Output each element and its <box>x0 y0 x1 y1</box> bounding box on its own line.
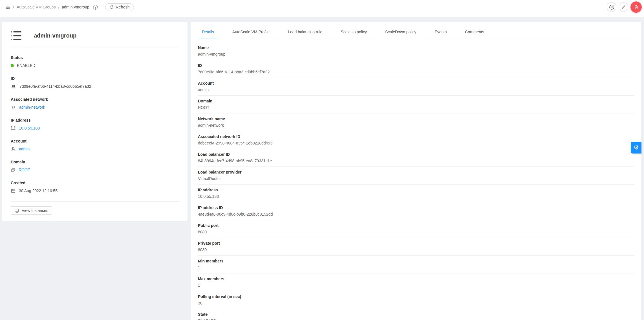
detail-row-value: 10.0.55.183 <box>198 194 634 199</box>
settings-drawer-button[interactable]: ⚙ <box>631 142 641 154</box>
detail-row-value: 7d09e0fa-af66-4114-bba3-cd0bb5ef7a32 <box>198 70 634 74</box>
detail-row-label: Domain <box>198 99 634 104</box>
section-value: admin <box>11 146 181 152</box>
detail-row-label: Account <box>198 81 634 86</box>
detail-row: Associated network IDddbeeef4-2998-4084-… <box>198 131 634 149</box>
detail-row-label: State <box>198 312 634 317</box>
detail-row: Network nameadmin-network <box>198 113 634 131</box>
section-value: 30 Aug 2022 12:10:55 <box>11 188 181 194</box>
tab-bar: DetailsAutoScale VM ProfileLoad balancin… <box>198 26 634 38</box>
detail-row-value: 84b8994e-fec7-4d98-ab95-ea8a79331c1e <box>198 159 634 163</box>
detail-row-label: Min members <box>198 259 634 264</box>
section-value-text[interactable]: ROOT <box>19 168 30 172</box>
section-label: Created <box>11 181 181 185</box>
resource-section: IP address10.0.55.183 <box>11 118 181 131</box>
tab-details[interactable]: Details <box>199 26 217 38</box>
detail-row-label: Public port <box>198 223 634 228</box>
section-label: Status <box>11 55 181 60</box>
delete-button[interactable] <box>630 1 642 13</box>
section-value: admin-network <box>11 104 181 110</box>
barcode-icon <box>11 84 16 89</box>
detail-row-label: IP address ID <box>198 205 634 210</box>
detail-row-label: Load balancer provider <box>198 170 634 175</box>
status-dot-icon <box>11 64 14 67</box>
detail-row-value: 1 <box>198 265 634 270</box>
resource-card-header: 1 2 3 admin-vmgroup <box>2 22 188 47</box>
resource-title: admin-vmgroup <box>34 32 76 39</box>
detail-row: Max members1 <box>198 273 634 291</box>
section-value-text: ENABLED <box>17 63 35 68</box>
resource-section: ID7d09e0fa-af66-4114-bba3-cd0bb5ef7a32 <box>11 76 181 89</box>
resource-summary-card: 1 2 3 admin-vmgroup StatusENABLEDID7d09e… <box>2 22 188 221</box>
breadcrumb-item: admin-vmgroup <box>62 5 89 9</box>
resource-section: Created30 Aug 2022 12:10:55 <box>11 181 181 194</box>
tab-load-balancing-rule[interactable]: Load balancing rule <box>284 26 326 38</box>
home-icon[interactable] <box>6 5 10 10</box>
details-list: Nameadmin-vmgroupID7d09e0fa-af66-4114-bb… <box>198 42 634 320</box>
breadcrumb-item[interactable]: AutoScale VM Groups <box>17 5 56 9</box>
detail-row: StateENABLED <box>198 309 634 320</box>
content-area: 1 2 3 admin-vmgroup StatusENABLEDID7d09e… <box>0 17 644 320</box>
detail-row: ID7d09e0fa-af66-4114-bba3-cd0bb5ef7a32 <box>198 60 634 78</box>
detail-row: Load balancer ID84b8994e-fec7-4d98-ab95-… <box>198 149 634 167</box>
resource-section: DomainROOT <box>11 160 181 173</box>
app-header: /AutoScale VM Groups/admin-vmgroup Refre… <box>0 0 644 17</box>
section-value: 10.0.55.183 <box>11 125 181 131</box>
detail-row-label: Name <box>198 45 634 50</box>
breadcrumb-separator: / <box>58 5 59 9</box>
user-icon <box>11 146 16 152</box>
detail-row-label: Network name <box>198 117 634 121</box>
detail-row-value: ENABLED <box>198 319 634 320</box>
section-value-text[interactable]: admin-network <box>19 105 45 109</box>
detail-row: Public port8080 <box>198 220 634 238</box>
detail-row: Load balancer providerVirtualRouter <box>198 167 634 185</box>
detail-row-label: Polling interval (in sec) <box>198 294 634 299</box>
tab-comments[interactable]: Comments <box>462 26 488 38</box>
header-actions <box>607 1 642 13</box>
detail-row-value: ddbeeef4-2998-4084-8354-2eb0218dd493 <box>198 141 634 146</box>
tab-events[interactable]: Events <box>431 26 450 38</box>
detail-row-value: 8080 <box>198 230 634 234</box>
pause-button[interactable] <box>607 2 616 12</box>
detail-row: IP address10.0.55.183 <box>198 185 634 202</box>
tab-autoscale-vm-profile[interactable]: AutoScale VM Profile <box>229 26 273 38</box>
ordered-list-icon: 1 2 3 <box>11 30 21 41</box>
delete-icon <box>634 5 639 10</box>
breadcrumb: /AutoScale VM Groups/admin-vmgroup Refre… <box>6 3 134 11</box>
detail-row-label: Private port <box>198 241 634 246</box>
desktop-icon <box>14 208 19 213</box>
tab-scaledown-policy[interactable]: ScaleDown policy <box>382 26 420 38</box>
detail-row: IP address ID4ae3d4a8-90c9-4d0c-b9b0-228… <box>198 202 634 220</box>
detail-row: Accountadmin <box>198 78 634 96</box>
detail-row-value: ROOT <box>198 105 634 110</box>
edit-button[interactable] <box>619 2 628 12</box>
detail-row: Min members1 <box>198 256 634 273</box>
section-label: Account <box>11 139 181 143</box>
detail-row-label: Associated network ID <box>198 134 634 139</box>
question-circle-icon[interactable] <box>93 5 98 10</box>
detail-row-value: 4ae3d4a8-90c9-4d0c-b9b0-228b0c8152dd <box>198 212 634 217</box>
detail-row: Polling interval (in sec)30 <box>198 291 634 309</box>
pause-circle-icon <box>609 5 614 10</box>
section-value-text: 7d09e0fa-af66-4114-bba3-cd0bb5ef7a32 <box>19 84 91 89</box>
section-value-text: 30 Aug 2022 12:10:55 <box>19 189 58 193</box>
view-instances-label: View Instances <box>22 208 48 213</box>
resource-section: Accountadmin <box>11 139 181 152</box>
section-label: IP address <box>11 118 181 122</box>
refresh-button[interactable]: Refresh <box>105 3 134 11</box>
gear-icon: ⚙ <box>633 144 639 151</box>
section-value-text[interactable]: admin <box>19 147 30 151</box>
section-value: ENABLED <box>11 63 181 68</box>
detail-row-value: 1 <box>198 283 634 288</box>
environment-icon <box>11 126 16 131</box>
detail-row: Private port8080 <box>198 238 634 256</box>
view-instances-button[interactable]: View Instances <box>11 206 52 215</box>
detail-row-label: Load balancer ID <box>198 152 634 157</box>
detail-row-value: admin-vmgroup <box>198 52 634 57</box>
detail-row: DomainROOT <box>198 96 634 113</box>
section-value: ROOT <box>11 167 181 173</box>
tab-scaleup-policy[interactable]: ScaleUp policy <box>337 26 370 38</box>
edit-icon <box>621 5 626 10</box>
section-value-text[interactable]: 10.0.55.183 <box>19 126 40 130</box>
section-label: ID <box>11 76 181 81</box>
